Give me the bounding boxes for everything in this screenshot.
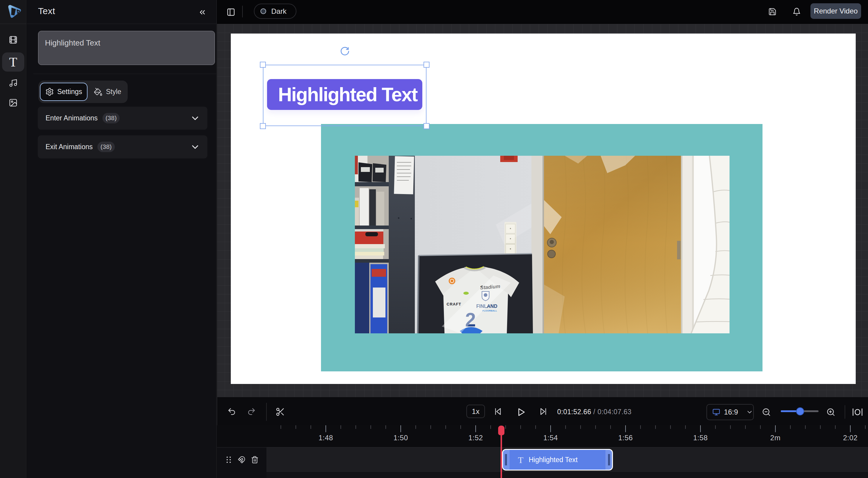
svg-text:FLOORBALL: FLOORBALL (482, 309, 497, 312)
svg-text:CRAFT: CRAFT (446, 302, 461, 306)
